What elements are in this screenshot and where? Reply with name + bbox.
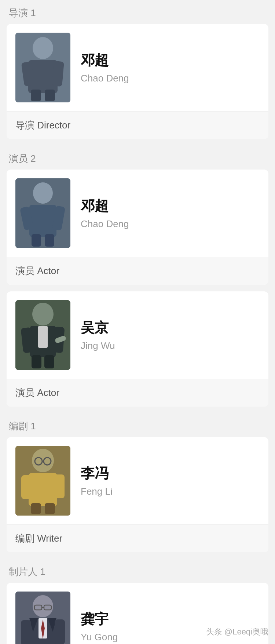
person-name-zh: 邓超 bbox=[81, 51, 129, 70]
person-photo bbox=[15, 300, 70, 370]
svg-rect-4 bbox=[52, 61, 64, 87]
svg-rect-5 bbox=[31, 90, 41, 101]
person-photo bbox=[15, 33, 70, 102]
person-name-en: Yu Gong bbox=[81, 632, 118, 643]
person-row[interactable]: 邓超 Chao Deng bbox=[7, 170, 268, 257]
svg-rect-20 bbox=[32, 355, 41, 368]
person-name-zh: 李冯 bbox=[81, 464, 113, 483]
svg-rect-21 bbox=[44, 355, 54, 368]
svg-rect-29 bbox=[21, 475, 32, 499]
person-card: 邓超 Chao Deng 导演 Director bbox=[7, 24, 268, 139]
person-info: 邓超 Chao Deng bbox=[81, 197, 129, 230]
svg-rect-9 bbox=[29, 205, 56, 237]
section-gap bbox=[0, 407, 275, 413]
svg-rect-12 bbox=[32, 234, 41, 247]
person-card: 邓超 Chao Deng 演员 Actor bbox=[7, 170, 268, 285]
svg-point-15 bbox=[32, 303, 54, 325]
person-name-en: Chao Deng bbox=[81, 73, 129, 84]
section-header-3: 制片人 1 bbox=[0, 559, 275, 583]
person-name-en: Chao Deng bbox=[81, 218, 129, 230]
person-info: 邓超 Chao Deng bbox=[81, 51, 129, 84]
person-info: 龚宇 Yu Gong bbox=[81, 610, 118, 643]
person-name-zh: 邓超 bbox=[81, 197, 129, 215]
section-header-2: 编剧 1 bbox=[0, 413, 275, 437]
person-photo bbox=[15, 592, 70, 644]
person-name-en: Jing Wu bbox=[81, 340, 115, 352]
section-gap bbox=[0, 139, 275, 146]
svg-rect-17 bbox=[38, 326, 48, 348]
person-role: 编剧 Writer bbox=[7, 524, 268, 552]
svg-rect-32 bbox=[45, 503, 55, 514]
svg-rect-13 bbox=[45, 234, 54, 247]
svg-rect-44 bbox=[55, 619, 65, 644]
svg-point-34 bbox=[33, 595, 53, 617]
svg-rect-30 bbox=[54, 474, 65, 498]
svg-rect-6 bbox=[45, 90, 55, 101]
person-name-zh: 龚宇 bbox=[81, 610, 118, 629]
svg-rect-43 bbox=[21, 620, 31, 644]
person-row[interactable]: 李冯 Feng Li bbox=[7, 437, 268, 524]
person-row[interactable]: 吴京 Jing Wu bbox=[7, 291, 268, 379]
person-name-en: Feng Li bbox=[81, 486, 113, 497]
section-gap bbox=[0, 552, 275, 559]
person-photo bbox=[15, 178, 70, 248]
svg-rect-31 bbox=[31, 503, 41, 514]
person-photo bbox=[15, 446, 70, 516]
svg-point-8 bbox=[33, 182, 53, 204]
person-role: 导演 Director bbox=[7, 111, 268, 139]
person-role: 演员 Actor bbox=[7, 379, 268, 407]
section-header-1: 演员 2 bbox=[0, 146, 275, 170]
person-info: 李冯 Feng Li bbox=[81, 464, 113, 497]
person-info: 吴京 Jing Wu bbox=[81, 319, 115, 352]
section-header-0: 导演 1 bbox=[0, 0, 275, 24]
person-card: 吴京 Jing Wu 演员 Actor bbox=[7, 291, 268, 407]
watermark: 头条 @Leeqi奥哦 bbox=[206, 626, 268, 637]
svg-rect-28 bbox=[29, 473, 57, 506]
person-name-zh: 吴京 bbox=[81, 319, 115, 337]
svg-point-1 bbox=[33, 37, 53, 59]
person-role: 演员 Actor bbox=[7, 257, 268, 285]
person-row[interactable]: 邓超 Chao Deng bbox=[7, 24, 268, 111]
person-card: 李冯 Feng Li 编剧 Writer bbox=[7, 437, 268, 552]
